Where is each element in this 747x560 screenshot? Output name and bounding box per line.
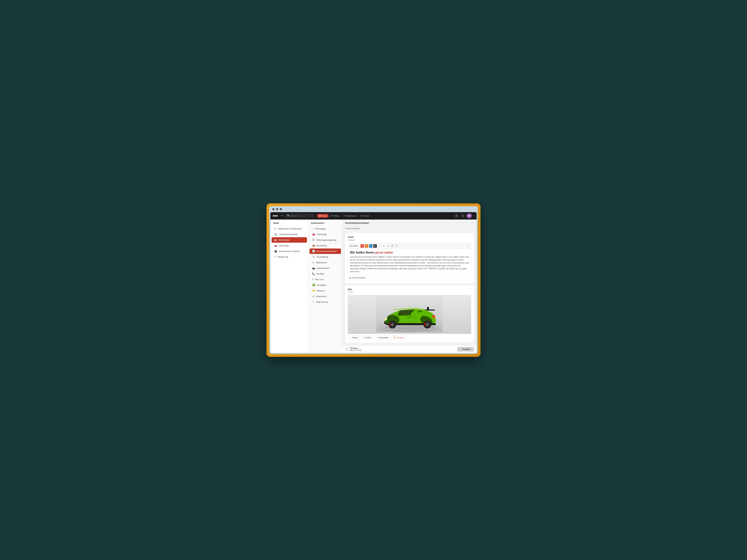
- sidebar-item-fahrzeuge[interactable]: Fahrzeuge: [272, 243, 307, 248]
- edit-icon[interactable]: ✏: [281, 214, 283, 217]
- svg-rect-5: [407, 317, 411, 318]
- sidebar-left: Inhalt Allgemeine Einstellungen Unterneh…: [271, 219, 308, 353]
- version-row: Current version ▾: [342, 227, 476, 231]
- toolbar-blue-btn[interactable]: A: [369, 244, 372, 248]
- home-icon: [312, 227, 314, 230]
- mid-item-impressum[interactable]: Impressum: [309, 294, 341, 299]
- three-dots-icon[interactable]: ⋯: [471, 221, 474, 224]
- toolbar-orange-btn[interactable]: A: [365, 244, 368, 248]
- car-image-container: [348, 295, 471, 334]
- toolbar-add-btn[interactable]: +: [395, 244, 398, 247]
- commission-icon: [312, 250, 315, 252]
- style-select[interactable]: No style ▾: [350, 245, 358, 247]
- main-panel: Kommissionsverkauf ⋯ Current version ▾: [342, 219, 476, 353]
- version-button[interactable]: Current version ▾: [345, 228, 474, 230]
- avatar[interactable]: DS: [467, 213, 472, 218]
- toolbar-link-btn[interactable]: ⇗: [386, 244, 390, 248]
- svg-rect-24: [389, 323, 391, 326]
- edit-details-button[interactable]: Edit details: [375, 336, 391, 340]
- translations-toggle[interactable]: ▶ Übersetzungen: [348, 275, 471, 281]
- traffic-dot-1[interactable]: [272, 208, 275, 210]
- traffic-dot-3[interactable]: [280, 208, 282, 210]
- mid-item-partners[interactable]: Partners: [309, 288, 341, 293]
- content-card: Inhalt Deutsch No style ▾ A A A: [345, 233, 474, 283]
- mid-item-kontakt[interactable]: Kontakt: [309, 271, 341, 276]
- image-actions: Upload Select Edit details: [348, 336, 471, 340]
- content-card-title: Inhalt: [348, 236, 471, 238]
- svg-rect-25: [424, 323, 426, 326]
- vehicle-icon: [312, 233, 315, 236]
- mid-item-impressionen[interactable]: Impressionen: [309, 265, 341, 271]
- tab-media[interactable]: ⊞ Media: [329, 214, 341, 218]
- tag-icon: [274, 256, 277, 258]
- desk-icon: ▦: [319, 215, 321, 217]
- search-icon: 🔍: [287, 214, 290, 217]
- monitor-outer: ■■■ ✏ 🔍 ▦ Desk ⊞ Media: [266, 204, 481, 357]
- tab-vision[interactable]: ◉ Vision: [359, 214, 371, 218]
- svg-rect-4: [427, 307, 429, 311]
- mid-item-fahrzeuge[interactable]: Fahrzeuge: [309, 232, 341, 237]
- editor-body[interactable]: Wir helfen Ihnen gerne weiter Sind Sie d…: [348, 249, 471, 275]
- select-icon: [363, 337, 365, 339]
- mid-item-referenzen[interactable]: Referenzen: [309, 260, 341, 265]
- partners-icon: [312, 289, 315, 292]
- window-chrome: [269, 206, 478, 212]
- nav-tabs: ▦ Desk ⊞ Media ⊟ Dashboard ◉ Vision: [317, 214, 371, 218]
- avatar-chevron[interactable]: ▾: [473, 215, 474, 217]
- image-sublabel: Image: [348, 291, 471, 293]
- shield-icon: [312, 301, 314, 303]
- sidebar-item-impressionen[interactable]: Impressionen (Videos): [272, 248, 307, 254]
- toolbar-expand-btn[interactable]: ⛶: [467, 245, 469, 247]
- mid-item-homepage[interactable]: Homepage: [309, 226, 341, 231]
- toolbar-red-btn[interactable]: A: [360, 244, 364, 248]
- car-icon: [274, 244, 277, 247]
- search-bar[interactable]: 🔍: [285, 214, 314, 218]
- sidebar-item-inhaltsseiten[interactable]: Inhaltsseiten: [272, 237, 307, 243]
- camera-icon: [312, 267, 315, 269]
- edit-icon: [377, 337, 378, 339]
- main-content: Inhalt Allgemeine Einstellungen Unterneh…: [271, 219, 476, 353]
- notification-icon-btn[interactable]: ●: [460, 213, 465, 218]
- sidebar-item-mediatag[interactable]: Media Tag: [272, 254, 307, 260]
- toolbar-url-btn[interactable]: 🔗: [390, 244, 394, 248]
- building-icon: [274, 233, 277, 236]
- sidebar-left-title: Inhalt: [271, 222, 308, 226]
- image-label: Bild: [348, 288, 471, 291]
- sidebar-mid: Inhaltsseiten Homepage Fahrzeuge Fahrzeu…: [308, 219, 342, 353]
- editor-toolbar: No style ▾ A A A B I ≡ ⇗: [348, 243, 471, 249]
- mid-item-bestellung[interactable]: Bestellung: [309, 243, 341, 248]
- panel-header: Kommissionsverkauf ⋯: [342, 219, 476, 227]
- toolbar-separator-1: [359, 245, 359, 247]
- editor-text: Sind Sie daran interessiert Ihren Wagen …: [350, 256, 469, 273]
- mid-item-ueberuns[interactable]: Über uns: [309, 277, 341, 282]
- app-window: ■■■ ✏ 🔍 ▦ Desk ⊞ Media: [271, 212, 476, 353]
- toolbar-italic-btn[interactable]: I: [378, 244, 381, 248]
- sidebar-item-einstellungen[interactable]: Allgemeine Einstellungen: [272, 226, 307, 231]
- svg-rect-29: [433, 318, 435, 319]
- mid-item-datenschutz[interactable]: Datenschutz: [309, 299, 341, 305]
- tab-dashboard[interactable]: ⊟ Dashboard: [342, 214, 359, 218]
- editor-heading: Wir helfen Ihnen gerne weiter: [350, 251, 469, 254]
- mid-item-suchauftrag[interactable]: Suchauftrag: [309, 254, 341, 260]
- traffic-dot-2[interactable]: [276, 208, 278, 210]
- tab-desk[interactable]: ▦ Desk: [317, 214, 329, 218]
- nav-right: ⚙ ● DS ▾: [454, 213, 474, 218]
- mid-item-investition[interactable]: Investition: [309, 282, 341, 288]
- select-button[interactable]: Select: [361, 336, 374, 340]
- mid-item-fahrzeuglagerung[interactable]: Fahrzeugeinlagerung: [309, 237, 341, 243]
- toolbar-list-btn[interactable]: ≡: [382, 244, 385, 248]
- invest-icon: [312, 284, 315, 287]
- sidebar-item-unternehmensprofil[interactable]: Unternehmensprofil: [272, 232, 307, 237]
- upload-icon: [350, 337, 351, 339]
- pages-icon: [274, 239, 277, 241]
- phone-icon: [312, 272, 315, 275]
- mid-item-kommissionsverkauf[interactable]: Kommissionsverkauf: [309, 248, 341, 254]
- content-card-language: Deutsch: [348, 239, 471, 241]
- search-input[interactable]: [291, 215, 312, 217]
- settings-icon-btn[interactable]: ⚙: [454, 213, 459, 218]
- upload-button[interactable]: Upload: [348, 336, 360, 340]
- changes-icon: ↺: [345, 347, 349, 351]
- publish-button[interactable]: ↑ Publish: [457, 347, 474, 351]
- remove-button[interactable]: Remove: [392, 336, 406, 340]
- toolbar-bold-btn[interactable]: B: [373, 244, 377, 248]
